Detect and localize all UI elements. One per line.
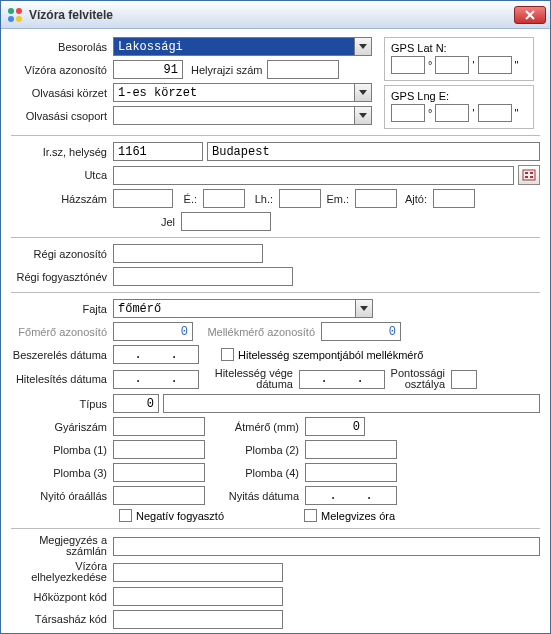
label-gps-lng: GPS Lng E: xyxy=(391,90,527,102)
megjegyzes-input[interactable] xyxy=(113,537,540,556)
tipus-input[interactable] xyxy=(113,394,159,413)
gps-lng-sec-input[interactable] xyxy=(478,104,512,122)
hitelesites-input[interactable] xyxy=(113,370,199,389)
label-hitelesseg-chk: Hitelesség szempontjából mellékmérő xyxy=(238,349,423,361)
gps-lng-min-input[interactable] xyxy=(435,104,469,122)
label-gps-lat: GPS Lat N: xyxy=(391,42,527,54)
svg-rect-5 xyxy=(525,172,528,174)
gps-sec-symbol: " xyxy=(515,107,519,119)
dropdown-icon[interactable] xyxy=(354,107,371,124)
gps-sec-symbol: " xyxy=(515,59,519,71)
titlebar: Vízóra felvitele xyxy=(1,1,550,29)
tarsashaz-input[interactable] xyxy=(113,610,283,629)
vizora-azonosito-input[interactable] xyxy=(113,60,183,79)
epulet-input[interactable] xyxy=(203,189,245,208)
olvasasi-csoport-select[interactable] xyxy=(113,106,372,125)
hitelesseg-vege-input[interactable] xyxy=(299,370,385,389)
svg-point-2 xyxy=(8,16,14,22)
gyariszam-input[interactable] xyxy=(113,417,205,436)
gps-deg-symbol: ° xyxy=(428,107,432,119)
label-ajto: Ajtó: xyxy=(397,193,433,205)
label-hokozpont: Hőközpont kód xyxy=(11,591,113,603)
label-hitelesites-datuma: Hitelesítés dátuma xyxy=(11,373,113,385)
dropdown-icon[interactable] xyxy=(355,300,372,317)
label-mellekmero-azonosito: Mellékmérő azonosító xyxy=(193,326,321,338)
plomba2-input[interactable] xyxy=(305,440,397,459)
label-tipus: Típus xyxy=(11,398,113,410)
label-plomba2: Plomba (2) xyxy=(205,444,305,456)
svg-rect-8 xyxy=(530,176,533,178)
elhelyezkedes-input[interactable] xyxy=(113,563,283,582)
label-beszereles-datuma: Beszerelés dátuma xyxy=(11,349,113,361)
negativ-fogyaszto-checkbox[interactable] xyxy=(119,509,132,522)
label-fomero-azonosito: Főmérő azonosító xyxy=(11,326,113,338)
app-icon xyxy=(7,7,23,23)
ajto-input[interactable] xyxy=(433,189,475,208)
label-irsz-helyseg: Ir.sz, helység xyxy=(11,146,113,158)
olvasasi-korzet-value: 1-es körzet xyxy=(114,84,354,101)
beszereles-input[interactable] xyxy=(113,345,199,364)
plomba3-input[interactable] xyxy=(113,463,205,482)
svg-rect-6 xyxy=(530,172,533,174)
hazszam-input[interactable] xyxy=(113,189,173,208)
hitelesseg-checkbox[interactable] xyxy=(221,348,234,361)
label-regi-fogyasztonev: Régi fogyasztónév xyxy=(11,271,113,283)
label-plomba3: Plomba (3) xyxy=(11,467,113,479)
irsz-input[interactable] xyxy=(113,142,203,161)
em-input[interactable] xyxy=(355,189,397,208)
label-nyito-oraallas: Nyitó óraállás xyxy=(11,490,113,502)
svg-rect-7 xyxy=(525,176,528,178)
label-gyariszam: Gyáriszám xyxy=(11,421,113,433)
label-plomba1: Plomba (1) xyxy=(11,444,113,456)
dropdown-icon[interactable] xyxy=(354,38,371,55)
nyito-oraallas-input[interactable] xyxy=(113,486,205,505)
gps-deg-symbol: ° xyxy=(428,59,432,71)
hokozpont-input[interactable] xyxy=(113,587,283,606)
olvasasi-csoport-value xyxy=(114,107,354,124)
mellekmero-azonosito-input xyxy=(321,322,401,341)
label-melegvizes: Melegvizes óra xyxy=(321,510,395,522)
label-regi-azonosito: Régi azonosító xyxy=(11,248,113,260)
label-utca: Utca xyxy=(11,169,113,181)
label-fajta: Fajta xyxy=(11,303,113,315)
besorolas-select[interactable]: Lakossági xyxy=(113,37,372,56)
label-megjegyzes: Megjegyzés a számlán xyxy=(11,535,113,557)
tipus-text-input[interactable] xyxy=(163,394,540,413)
besorolas-value: Lakossági xyxy=(114,38,354,55)
helyrajzi-input[interactable] xyxy=(267,60,339,79)
label-em: Em.: xyxy=(321,193,355,205)
regi-fogyasztonev-input[interactable] xyxy=(113,267,293,286)
window-title: Vízóra felvitele xyxy=(29,8,514,22)
label-olvasasi-korzet: Olvasási körzet xyxy=(11,87,113,99)
label-negativ-fogyaszto: Negatív fogyasztó xyxy=(136,510,224,522)
plomba1-input[interactable] xyxy=(113,440,205,459)
atmero-input[interactable] xyxy=(305,417,365,436)
label-epulet: É.: xyxy=(173,193,203,205)
regi-azonosito-input[interactable] xyxy=(113,244,263,263)
label-helyrajzi: Helyrajzi szám xyxy=(183,64,267,76)
lh-input[interactable] xyxy=(279,189,321,208)
svg-point-0 xyxy=(8,8,14,14)
gps-lng-deg-input[interactable] xyxy=(391,104,425,122)
jel-input[interactable] xyxy=(181,212,271,231)
label-besorolas: Besorolás xyxy=(11,41,113,53)
olvasasi-korzet-select[interactable]: 1-es körzet xyxy=(113,83,372,102)
label-tarsashaz: Társasház kód xyxy=(11,614,113,625)
gps-lat-min-input[interactable] xyxy=(435,56,469,74)
gps-lat-deg-input[interactable] xyxy=(391,56,425,74)
label-lh: Lh.: xyxy=(245,193,279,205)
utca-lookup-button[interactable] xyxy=(518,165,540,185)
fajta-select[interactable]: főmérő xyxy=(113,299,373,318)
label-pontossag: Pontossági osztálya xyxy=(385,368,451,390)
nyitas-datuma-input[interactable] xyxy=(305,486,397,505)
utca-input[interactable] xyxy=(113,166,514,185)
helyseg-input[interactable] xyxy=(207,142,540,161)
melegvizes-checkbox[interactable] xyxy=(304,509,317,522)
gps-lat-sec-input[interactable] xyxy=(478,56,512,74)
svg-point-1 xyxy=(16,8,22,14)
svg-rect-4 xyxy=(523,170,535,180)
close-button[interactable] xyxy=(514,6,546,24)
dropdown-icon[interactable] xyxy=(354,84,371,101)
plomba4-input[interactable] xyxy=(305,463,397,482)
pontossag-input[interactable] xyxy=(451,370,477,389)
